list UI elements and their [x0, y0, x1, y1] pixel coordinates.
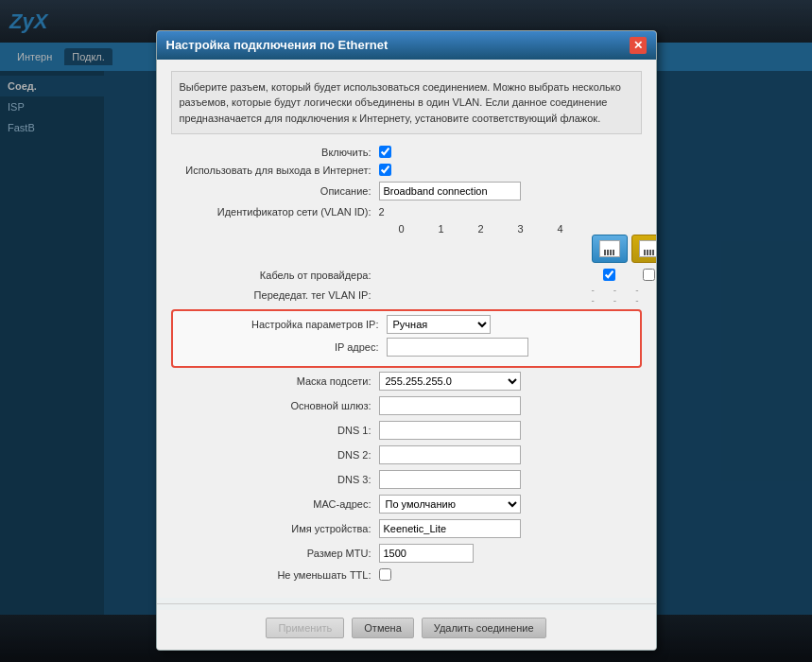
separator-dashes: -- -- -- -- --: [592, 285, 657, 305]
port-icon-1[interactable]: [631, 235, 657, 263]
port-numbers-row: 0 1 2 3 4: [384, 223, 642, 235]
port-num-2: 2: [463, 223, 499, 235]
enable-label: Включить:: [171, 147, 379, 158]
dialog-title: Настройка подключения по Ethernet: [166, 38, 389, 52]
subnet-row: Маска подсети: 255.255.255.0 255.255.0.0…: [171, 372, 642, 391]
port-num-0: 0: [384, 223, 420, 235]
ip-settings-row: Настройка параметров IP: Ручная DHCP PPP…: [179, 315, 634, 334]
device-name-input[interactable]: [379, 519, 521, 538]
dns2-row: DNS 2:: [171, 445, 642, 464]
dns3-label: DNS 3:: [171, 474, 379, 485]
dns3-input[interactable]: [379, 470, 521, 489]
device-name-label: Имя устройства:: [171, 523, 379, 534]
dialog-overlay: Настройка подключения по Ethernet ✕ Выбе…: [0, 0, 812, 662]
provider-checkboxes: [592, 269, 657, 281]
vlan-ip-row: Передедат. тег VLAN IP: -- -- -- -- --: [171, 285, 642, 305]
dns1-label: DNS 1:: [171, 425, 379, 436]
ttl-label: Не уменьшать TTL:: [171, 569, 379, 581]
vlan-row: Идентификатор сети (VLAN ID): 2: [171, 206, 642, 218]
info-text: Выберите разъем, который будет использов…: [171, 71, 642, 135]
port-num-1: 1: [423, 223, 459, 235]
provider-checkbox-0[interactable]: [603, 269, 615, 281]
subnet-select[interactable]: 255.255.255.0 255.255.0.0 255.0.0.0: [379, 372, 521, 391]
subnet-label: Маска подсети:: [171, 375, 379, 387]
dns3-row: DNS 3:: [171, 470, 642, 489]
port-icons: [592, 235, 657, 263]
mtu-input[interactable]: [379, 544, 474, 563]
description-row: Описание:: [171, 182, 642, 200]
dns1-row: DNS 1:: [171, 421, 642, 440]
highlighted-ip-settings: Настройка параметров IP: Ручная DHCP PPP…: [171, 309, 642, 368]
vlan-value: 2: [379, 206, 385, 218]
mac-label: МАС-адрес:: [171, 498, 379, 510]
delete-button[interactable]: Удалить соединение: [422, 618, 546, 638]
gateway-row: Основной шлюз:: [171, 396, 642, 415]
cancel-button[interactable]: Отмена: [352, 618, 413, 638]
port-num-3: 3: [503, 223, 539, 235]
ttl-checkbox[interactable]: [379, 568, 391, 581]
description-input[interactable]: [379, 182, 521, 200]
provider-cable-label: Кабель от провайдера:: [171, 270, 379, 281]
dialog-footer: Применить Отмена Удалить соединение: [157, 610, 656, 650]
provider-checkbox-1[interactable]: [643, 269, 655, 281]
apply-button[interactable]: Применить: [266, 618, 344, 638]
description-label: Описание:: [171, 185, 379, 197]
dns2-input[interactable]: [379, 445, 521, 464]
footer-divider: [157, 603, 656, 604]
port-icons-row: [171, 235, 642, 263]
port-num-4: 4: [543, 223, 579, 235]
dns2-label: DNS 2:: [171, 449, 379, 461]
dash-2: --: [635, 285, 638, 305]
internet-checkbox[interactable]: [379, 164, 391, 176]
provider-cb-0: [592, 269, 628, 281]
enable-checkbox[interactable]: [379, 146, 391, 158]
close-button[interactable]: ✕: [630, 37, 647, 54]
dialog-titlebar: Настройка подключения по Ethernet ✕: [157, 31, 656, 60]
mac-row: МАС-адрес: По умолчанию Клонировать Вруч…: [171, 495, 642, 514]
ip-address-input[interactable]: [387, 338, 528, 357]
provider-cable-row: Кабель от провайдера:: [171, 269, 642, 281]
ports-section: 0 1 2 3 4: [171, 223, 642, 263]
ip-settings-label: Настройка параметров IP:: [179, 319, 387, 330]
ethernet-dialog: Настройка подключения по Ethernet ✕ Выбе…: [156, 30, 657, 652]
ttl-row: Не уменьшать TTL:: [171, 568, 642, 581]
vlan-label: Идентификатор сети (VLAN ID):: [171, 206, 379, 218]
ip-address-label: IP адрес:: [179, 341, 387, 353]
internet-row: Использовать для выхода в Интернет:: [171, 164, 642, 176]
device-name-row: Имя устройства:: [171, 519, 642, 538]
gateway-input[interactable]: [379, 396, 521, 415]
ip-address-row: IP адрес:: [179, 338, 634, 357]
mac-select[interactable]: По умолчанию Клонировать Вручную: [379, 495, 521, 514]
enable-row: Включить:: [171, 146, 642, 158]
mtu-label: Размер MTU:: [171, 548, 379, 559]
ip-settings-select[interactable]: Ручная DHCP PPPoE: [387, 315, 491, 334]
dialog-body: Выберите разъем, который будет использов…: [157, 60, 656, 599]
provider-cb-1: [631, 269, 657, 281]
gateway-label: Основной шлюз:: [171, 400, 379, 411]
internet-label: Использовать для выхода в Интернет:: [171, 165, 379, 176]
dash-0: --: [592, 285, 595, 305]
mtu-row: Размер MTU:: [171, 544, 642, 563]
dns1-input[interactable]: [379, 421, 521, 440]
dash-1: --: [613, 285, 616, 305]
vlan-ip-label: Передедат. тег VLAN IP:: [171, 289, 379, 301]
port-icon-0[interactable]: [592, 235, 628, 263]
